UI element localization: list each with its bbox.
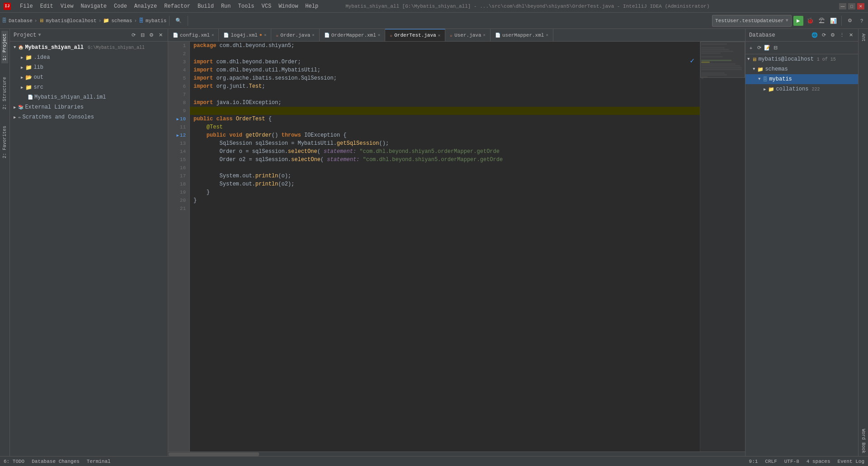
db-panel-settings-btn[interactable]: ⚙: [829, 32, 836, 39]
line10-run-icon[interactable]: ▶: [176, 117, 179, 122]
menu-analyze[interactable]: Analyze: [131, 2, 160, 10]
method-getsqlsession: getSqlSession: [337, 140, 379, 147]
import-8-text: java.io.IOException;: [213, 100, 281, 106]
tree-scratches[interactable]: ▶ ✏ Scratches and Consoles: [10, 112, 168, 122]
tab-config-xml[interactable]: 📄 config.xml ✕: [168, 29, 219, 42]
db-mybatis-item[interactable]: ▼ 🗄 mybatis: [745, 74, 858, 84]
profile-button[interactable]: 📊: [829, 16, 839, 26]
project-panel: Project ▼ ⟳ ⊟ ⚙ ✕ ▼ 🏠 Mybatis_shiyan_all…: [10, 29, 168, 456]
tree-iml[interactable]: 📄 Mybatis_shiyan_all.iml: [10, 92, 168, 102]
left-tab-structure[interactable]: 2: Structure: [1, 74, 8, 112]
menu-view[interactable]: View: [57, 2, 77, 10]
db-add-btn[interactable]: +: [747, 44, 755, 52]
status-indent[interactable]: 4 spaces: [807, 459, 830, 464]
db-panel-more-btn[interactable]: ⋮: [838, 32, 845, 39]
run-button[interactable]: ▶: [793, 16, 803, 26]
tab-ordertest-java-close[interactable]: ✕: [438, 33, 440, 38]
db-schemas-item[interactable]: ▼ 📁 schemas: [745, 64, 858, 74]
db-collations-item[interactable]: ▶ 📁 collations 222: [745, 84, 858, 94]
left-tab-favorites[interactable]: 2: Favorites: [1, 123, 8, 161]
status-db-changes[interactable]: Database Changes: [32, 459, 80, 464]
tab-log4j-xml[interactable]: 📄 log4j.xml ● ✕: [219, 29, 271, 42]
tree-idea[interactable]: ▶ 📁 .idea: [10, 52, 168, 62]
user-java-icon: ☕: [450, 33, 453, 38]
tab-config-xml-close[interactable]: ✕: [212, 33, 214, 38]
menu-edit[interactable]: Edit: [37, 2, 57, 10]
status-position[interactable]: 9:1: [749, 459, 758, 464]
status-line-ending[interactable]: CRLF: [765, 459, 777, 464]
tab-usermapper-xml-close[interactable]: ✕: [546, 33, 548, 38]
status-todo[interactable]: 6: TODO: [4, 459, 24, 464]
db-host-item[interactable]: ▼ 🖥 mybatis@localhost 1 of 15: [745, 54, 858, 64]
toolbar-host-label[interactable]: mybatis@localhost: [46, 18, 96, 24]
db-query-btn[interactable]: 📝: [764, 44, 771, 52]
toolbar-settings-btn[interactable]: ⚙: [844, 15, 855, 27]
db-panel-sync-btn[interactable]: ⟳: [820, 32, 827, 39]
debug-button[interactable]: 🐞: [805, 16, 815, 26]
close-button[interactable]: ✕: [857, 3, 864, 10]
right-vtab-wordbook[interactable]: Word Book: [860, 426, 867, 456]
panel-settings-btn[interactable]: ⚙: [148, 32, 155, 39]
tab-order-java-close[interactable]: ✕: [312, 33, 314, 38]
db-collations-label: collations: [776, 86, 808, 92]
panel-close-btn[interactable]: ✕: [157, 32, 164, 39]
tab-order-java[interactable]: ☕ Order.java ✕: [271, 29, 319, 42]
menu-tools[interactable]: Tools: [235, 2, 258, 10]
status-left: 6: TODO Database Changes Terminal: [4, 459, 111, 464]
toolbar-schema-label[interactable]: schemas: [111, 18, 132, 24]
tab-ordermapper-xml[interactable]: 📄 OrderMapper.xml ✕: [320, 29, 385, 42]
status-terminal[interactable]: Terminal: [87, 459, 111, 464]
tree-out[interactable]: ▶ 📂 out: [10, 72, 168, 82]
minimize-button[interactable]: —: [839, 3, 846, 10]
panel-actions: ⟳ ⊟ ⚙ ✕: [130, 32, 164, 39]
db-host-count: 1 of 15: [817, 57, 836, 62]
menu-help[interactable]: Help: [302, 2, 322, 10]
menu-window[interactable]: Window: [275, 2, 302, 10]
tab-config-xml-label: config.xml: [180, 33, 210, 38]
log4j-modified-indicator: ●: [259, 33, 262, 38]
menu-refactor[interactable]: Refactor: [160, 2, 194, 10]
panel-collapse-btn[interactable]: ⊟: [139, 32, 146, 39]
tab-ordermapper-xml-close[interactable]: ✕: [378, 33, 380, 38]
toolbar-db-label[interactable]: Database: [9, 18, 33, 24]
menu-code[interactable]: Code: [110, 2, 131, 10]
project-chevron[interactable]: ▼: [38, 33, 41, 38]
database-panel: Database 🌐 ⟳ ⚙ ⋮ ✕ + ⟳ 📝 ⊟ ▼ 🖥 mybatis@l…: [745, 29, 858, 456]
menu-navigate[interactable]: Navigate: [77, 2, 110, 10]
code-content[interactable]: package com.dhl.beyond.shiyan5; import c…: [190, 42, 700, 452]
toolbar-mybatis-label[interactable]: mybatis: [146, 18, 166, 24]
db-panel-close-btn[interactable]: ✕: [847, 32, 854, 39]
scrollbar-thumb[interactable]: [169, 452, 259, 456]
scratches-arrow: ▶: [14, 115, 16, 120]
db-refresh-btn[interactable]: ⟳: [755, 44, 763, 52]
tab-usermapper-xml[interactable]: 📄 userMapper.xml ✕: [491, 29, 553, 42]
tree-root[interactable]: ▼ 🏠 Mybatis_shiyan_all G:\Mybatis_shiyan…: [10, 43, 168, 52]
menu-build[interactable]: Build: [194, 2, 217, 10]
coverage-button[interactable]: ⛱: [817, 16, 827, 26]
tab-user-java-close[interactable]: ✕: [483, 33, 486, 38]
panel-sync-btn[interactable]: ⟳: [130, 32, 137, 39]
run-config-chevron[interactable]: ▼: [786, 18, 788, 23]
horizontal-scrollbar[interactable]: [168, 452, 745, 456]
status-event-log[interactable]: Event Log: [838, 459, 864, 464]
tab-log4j-xml-close[interactable]: ✕: [264, 33, 266, 38]
maximize-button[interactable]: □: [848, 3, 855, 10]
tree-src[interactable]: ▶ 📁 src: [10, 82, 168, 92]
menu-file[interactable]: File: [16, 2, 37, 10]
tree-external-libraries[interactable]: ▶ 📚 External Libraries: [10, 102, 168, 112]
db-filter-btn[interactable]: ⊟: [772, 44, 779, 52]
menu-run[interactable]: Run: [217, 2, 235, 10]
tab-user-java[interactable]: ☕ User.java ✕: [445, 29, 491, 42]
tree-lib[interactable]: ▶ 📁 lib: [10, 62, 168, 72]
menu-vcs[interactable]: VCS: [258, 2, 275, 10]
db-panel-globe-btn[interactable]: 🌐: [811, 32, 818, 39]
method-getorder: getOrder: [245, 132, 272, 138]
toolbar-search-btn[interactable]: 🔍: [172, 15, 185, 27]
right-vtab-ant[interactable]: Ant: [860, 31, 867, 44]
toolbar-help-btn[interactable]: ?: [857, 15, 866, 27]
line12-run-icon[interactable]: ▶: [176, 133, 179, 138]
left-tab-project[interactable]: 1: Project: [1, 31, 8, 63]
status-encoding[interactable]: UTF-8: [784, 459, 799, 464]
tab-ordertest-java[interactable]: ☕ OrderTest.java ✕: [385, 29, 445, 42]
mybatis-db-icon: 🗄: [763, 76, 768, 82]
